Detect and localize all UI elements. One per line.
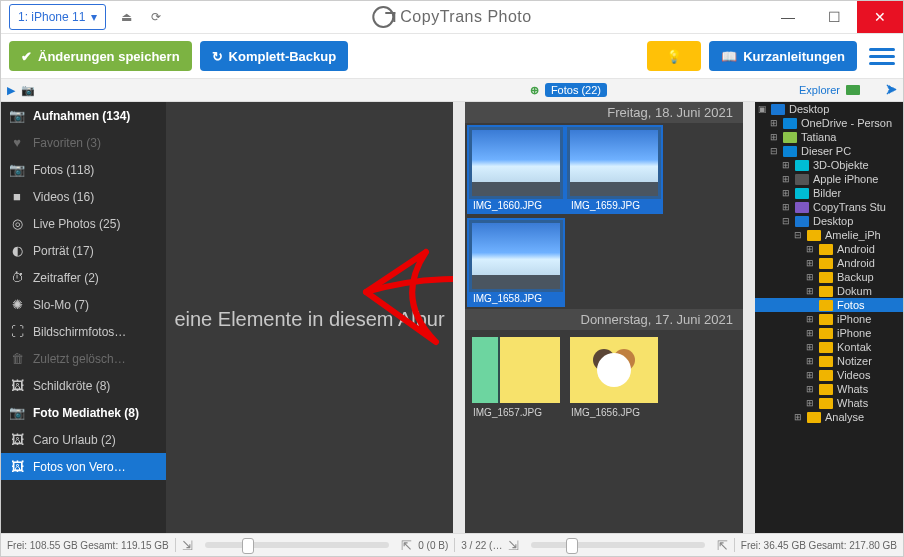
tree-item[interactable]: ⊞Whats — [755, 382, 903, 396]
sb-caro[interactable]: 🖼Caro Urlaub (2) — [1, 426, 166, 453]
sb-videos[interactable]: ■Videos (16) — [1, 183, 166, 210]
camera-icon[interactable]: 📷 — [21, 84, 35, 97]
tree-twisty-icon[interactable]: ⊞ — [769, 118, 779, 128]
sb-aufnahmen[interactable]: 📷Aufnahmen (134) — [1, 102, 166, 129]
tips-button[interactable]: 💡 — [647, 41, 701, 71]
scrollbar-mid[interactable] — [743, 102, 755, 537]
photo-thumb[interactable]: IMG_1656.JPG — [567, 334, 661, 419]
tree-twisty-icon[interactable]: ⊞ — [793, 412, 803, 422]
tree-twisty-icon[interactable]: ⊟ — [793, 230, 803, 240]
tree-item[interactable]: ⊞3D-Objekte — [755, 158, 903, 172]
tree-item[interactable]: Fotos — [755, 298, 903, 312]
tree-item[interactable]: ⊞Analyse — [755, 410, 903, 424]
tree-twisty-icon[interactable]: ⊞ — [805, 398, 815, 408]
tree-folder-icon — [783, 146, 797, 157]
tree-twisty-icon[interactable]: ⊞ — [805, 328, 815, 338]
book-icon: 📖 — [721, 49, 737, 64]
tree-item[interactable]: ⊞Dokum — [755, 284, 903, 298]
eject-icon[interactable]: ⏏ — [116, 7, 136, 27]
tree-item[interactable]: ⊞Backup — [755, 270, 903, 284]
tree-twisty-icon[interactable]: ⊞ — [781, 202, 791, 212]
sb-slomo[interactable]: ✺Slo-Mo (7) — [1, 291, 166, 318]
expand-icon[interactable]: ⇱ — [401, 538, 412, 553]
tree-twisty-icon[interactable]: ⊞ — [781, 174, 791, 184]
tree-twisty-icon[interactable]: ⊞ — [805, 356, 815, 366]
thumb-image — [469, 220, 563, 292]
close-button[interactable]: ✕ — [857, 1, 903, 33]
tree-twisty-icon[interactable]: ⊞ — [805, 384, 815, 394]
add-icon[interactable]: ⊕ — [530, 84, 539, 97]
collapse-icon[interactable]: ⮞ — [886, 84, 897, 96]
tree-item[interactable]: ⊟Amelie_iPh — [755, 228, 903, 242]
shrink-icon-r[interactable]: ⇲ — [508, 538, 519, 553]
tree-item[interactable]: ▣Desktop — [755, 102, 903, 116]
sb-screenshots[interactable]: ⛶Bildschirmfotos… — [1, 318, 166, 345]
scrollbar-left[interactable] — [453, 102, 465, 537]
shrink-icon[interactable]: ⇲ — [182, 538, 193, 553]
sb-schildkroete[interactable]: 🖼Schildkröte (8) — [1, 372, 166, 399]
menu-button[interactable] — [869, 43, 895, 69]
thumb-caption: IMG_1660.JPG — [469, 199, 563, 212]
tree-item[interactable]: ⊞Videos — [755, 368, 903, 382]
tree-twisty-icon[interactable]: ⊞ — [781, 188, 791, 198]
tree-item[interactable]: ⊞Notizer — [755, 354, 903, 368]
tree-twisty-icon[interactable]: ▣ — [757, 104, 767, 114]
photo-thumb[interactable]: IMG_1657.JPG — [469, 334, 563, 419]
tree-item[interactable]: ⊞Whats — [755, 396, 903, 410]
guides-button[interactable]: 📖Kurzanleitungen — [709, 41, 857, 71]
tree-item[interactable]: ⊞Kontak — [755, 340, 903, 354]
zoom-slider-left[interactable] — [205, 542, 390, 548]
sb-vero[interactable]: 🖼Fotos von Vero… — [1, 453, 166, 480]
tree-item[interactable]: ⊞iPhone — [755, 312, 903, 326]
sb-fotos[interactable]: 📷Fotos (118) — [1, 156, 166, 183]
photo-thumb[interactable]: IMG_1660.JPG — [469, 127, 563, 212]
minimize-button[interactable]: — — [765, 1, 811, 33]
tree-item[interactable]: ⊞Tatiana — [755, 130, 903, 144]
sb-deleted[interactable]: 🗑Zuletzt gelösch… — [1, 345, 166, 372]
sb-portrait[interactable]: ◐Porträt (17) — [1, 237, 166, 264]
tree-twisty-icon[interactable]: ⊞ — [805, 314, 815, 324]
tree-label: Apple iPhone — [813, 173, 878, 185]
tree-item[interactable]: ⊞Android — [755, 242, 903, 256]
tree-item[interactable]: ⊞CopyTrans Stu — [755, 200, 903, 214]
album-dropzone[interactable]: eine Elemente in diesem Albur — [166, 102, 453, 537]
tree-item[interactable]: ⊟Desktop — [755, 214, 903, 228]
tree-twisty-icon[interactable]: ⊞ — [781, 160, 791, 170]
sidebar-item-icon: ⏱ — [9, 270, 25, 285]
zoom-slider-right[interactable] — [531, 542, 704, 548]
folder-icon[interactable] — [846, 85, 860, 95]
tree-twisty-icon[interactable]: ⊞ — [805, 244, 815, 254]
sb-favoriten[interactable]: ♥Favoriten (3) — [1, 129, 166, 156]
tree-item[interactable]: ⊞OneDrive - Person — [755, 116, 903, 130]
sb-zeitraffer[interactable]: ⏱Zeitraffer (2) — [1, 264, 166, 291]
play-icon[interactable]: ▶ — [7, 84, 15, 97]
save-changes-button[interactable]: ✔Änderungen speichern — [9, 41, 192, 71]
tree-twisty-icon[interactable]: ⊞ — [805, 272, 815, 282]
photo-thumb[interactable]: IMG_1658.JPG — [469, 220, 563, 305]
sb-livephotos[interactable]: ◎Live Photos (25) — [1, 210, 166, 237]
tree-twisty-icon[interactable]: ⊟ — [781, 216, 791, 226]
tree-item[interactable]: ⊞Android — [755, 256, 903, 270]
full-backup-button[interactable]: ↻Komplett-Backup — [200, 41, 349, 71]
sidebar-item-icon: 🖼 — [9, 459, 25, 474]
pc-photos-panel: Freitag, 18. Juni 2021IMG_1660.JPGIMG_16… — [465, 102, 743, 537]
refresh-icon[interactable]: ⟳ — [146, 7, 166, 27]
tree-twisty-icon[interactable]: ⊞ — [769, 132, 779, 142]
tree-twisty-icon[interactable]: ⊞ — [805, 370, 815, 380]
fotos-tab[interactable]: Fotos (22) — [545, 83, 607, 97]
tree-folder-icon — [795, 216, 809, 227]
tree-twisty-icon[interactable]: ⊟ — [769, 146, 779, 156]
tree-twisty-icon[interactable]: ⊞ — [805, 286, 815, 296]
sb-mediathek[interactable]: 📷Foto Mediathek (8) — [1, 399, 166, 426]
device-dropdown[interactable]: 1: iPhone 11 ▾ — [9, 4, 106, 30]
tree-item[interactable]: ⊞Apple iPhone — [755, 172, 903, 186]
explorer-tab[interactable]: Explorer — [799, 84, 840, 96]
tree-item[interactable]: ⊟Dieser PC — [755, 144, 903, 158]
tree-item[interactable]: ⊞Bilder — [755, 186, 903, 200]
tree-twisty-icon[interactable]: ⊞ — [805, 342, 815, 352]
maximize-button[interactable]: ☐ — [811, 1, 857, 33]
expand-icon-r[interactable]: ⇱ — [717, 538, 728, 553]
tree-twisty-icon[interactable]: ⊞ — [805, 258, 815, 268]
photo-thumb[interactable]: IMG_1659.JPG — [567, 127, 661, 212]
tree-item[interactable]: ⊞iPhone — [755, 326, 903, 340]
